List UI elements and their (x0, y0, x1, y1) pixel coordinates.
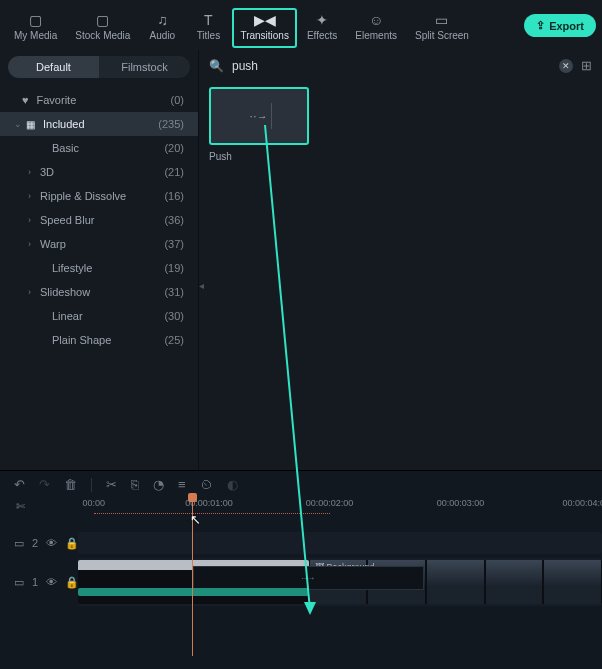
category-label: Warp (40, 238, 164, 250)
split-icon[interactable]: ✂ (106, 477, 117, 492)
top-toolbar: ▢My Media ▢Stock Media ♫Audio TTitles ▶◀… (0, 0, 602, 50)
thumbnail-label: Push (209, 151, 309, 162)
marker-icon[interactable]: ◔ (153, 477, 164, 492)
category-label: Ripple & Dissolve (40, 190, 164, 202)
ruler-tick: 00:00:02:00 (306, 498, 354, 508)
track-header[interactable]: ▭ 2 👁 🔒 (0, 537, 78, 550)
category-label: Slideshow (40, 286, 164, 298)
export-button[interactable]: ⇪Export (524, 14, 596, 37)
category-slideshow[interactable]: ›Slideshow(31) (0, 280, 198, 304)
category-count: (25) (164, 334, 184, 346)
tab-label: Titles (197, 30, 221, 41)
category-included[interactable]: ⌄ ▦ Included (235) (0, 112, 198, 136)
category-speed-blur[interactable]: ›Speed Blur(36) (0, 208, 198, 232)
transition-thumbnails: ··→ Push (199, 81, 602, 168)
video-track-icon: ▭ (14, 576, 24, 589)
tab-effects[interactable]: ✦Effects (299, 8, 345, 48)
chevron-down-icon: ⌄ (14, 119, 26, 129)
tab-label: My Media (14, 30, 57, 41)
category-label: Lifestyle (52, 262, 164, 274)
tab-split-screen[interactable]: ▭Split Screen (407, 8, 477, 48)
playhead-handle[interactable] (188, 493, 197, 502)
category-linear[interactable]: Linear(30) (0, 304, 198, 328)
chevron-right-icon: › (28, 191, 40, 201)
category-plain-shape[interactable]: Plain Shape(25) (0, 328, 198, 352)
delete-icon[interactable]: 🗑 (64, 477, 77, 492)
category-count: (235) (158, 118, 184, 130)
category-lifestyle[interactable]: Lifestyle(19) (0, 256, 198, 280)
main-area: Default Filmstock ♥ Favorite (0) ⌄ ▦ Inc… (0, 50, 602, 470)
source-tab-filmstock[interactable]: Filmstock (99, 56, 190, 78)
ruler-tick: 00:00:03:00 (437, 498, 485, 508)
timeline-ruler[interactable]: 00:00 00:00:01:00 00:00:02:00 00:00:03:0… (16, 498, 602, 518)
chevron-right-icon: › (28, 167, 40, 177)
track-number: 2 (32, 537, 38, 549)
source-tabs: Default Filmstock (0, 50, 198, 82)
category-count: (30) (164, 310, 184, 322)
view-grid-button[interactable]: ⊞ (581, 58, 592, 73)
category-ripple-dissolve[interactable]: ›Ripple & Dissolve(16) (0, 184, 198, 208)
divider-line (271, 103, 272, 129)
export-label: Export (549, 20, 584, 32)
tab-label: Transitions (240, 30, 289, 41)
tab-titles[interactable]: TTitles (186, 8, 230, 48)
ruler-tick: 00:00 (82, 498, 105, 508)
category-label: Linear (52, 310, 164, 322)
category-label: Speed Blur (40, 214, 164, 226)
category-count: (19) (164, 262, 184, 274)
transition-item-push[interactable]: ··→ Push (209, 87, 309, 162)
visibility-icon[interactable]: 👁 (46, 576, 57, 588)
tab-label: Effects (307, 30, 337, 41)
arrow-right-icon: ··→ (250, 111, 269, 122)
audio-icon: ♫ (157, 12, 168, 28)
track-body[interactable]: 🖼Background ··→ (78, 558, 602, 606)
visibility-icon[interactable]: 👁 (46, 537, 57, 549)
category-label: Included (43, 118, 158, 130)
category-label: Favorite (37, 94, 171, 106)
category-count: (0) (171, 94, 184, 106)
source-tab-default[interactable]: Default (8, 56, 99, 78)
push-preview[interactable]: ··→ (209, 87, 309, 145)
split-icon: ▭ (435, 12, 448, 28)
heart-icon: ♥ (22, 94, 29, 106)
settings-icon[interactable]: ≡ (178, 477, 186, 492)
track-body[interactable] (78, 532, 602, 554)
chevron-right-icon: › (28, 215, 40, 225)
tab-audio[interactable]: ♫Audio (140, 8, 184, 48)
tab-elements[interactable]: ☺Elements (347, 8, 405, 48)
category-3d[interactable]: ›3D(21) (0, 160, 198, 184)
mouse-cursor-icon: ↖ (190, 512, 201, 527)
category-sidebar: Default Filmstock ♥ Favorite (0) ⌄ ▦ Inc… (0, 50, 199, 470)
track-number: 1 (32, 576, 38, 588)
transitions-icon: ▶◀ (254, 12, 276, 28)
collapse-sidebar-icon[interactable]: ◂ (199, 280, 204, 291)
category-count: (36) (164, 214, 184, 226)
tab-label: Elements (355, 30, 397, 41)
media-icon: ▢ (29, 12, 42, 28)
category-basic[interactable]: Basic(20) (0, 136, 198, 160)
category-count: (21) (164, 166, 184, 178)
track-header[interactable]: ▭ 1 👁 🔒 (0, 576, 78, 589)
transition-on-track[interactable]: ··→ (193, 566, 424, 590)
clear-search-button[interactable]: ✕ (559, 59, 573, 73)
tab-label: Stock Media (75, 30, 130, 41)
color-icon: ◐ (227, 477, 238, 492)
search-icon: 🔍 (209, 59, 224, 73)
tab-transitions[interactable]: ▶◀Transitions (232, 8, 297, 48)
tab-stock-media[interactable]: ▢Stock Media (67, 8, 138, 48)
tab-my-media[interactable]: ▢My Media (6, 8, 65, 48)
category-label: Basic (52, 142, 164, 154)
undo-icon[interactable]: ↶ (14, 477, 25, 492)
category-count: (31) (164, 286, 184, 298)
redo-icon: ↷ (39, 477, 50, 492)
search-input[interactable] (232, 59, 551, 73)
timeline-tracks: ▭ 2 👁 🔒 ▭ 1 👁 🔒 🖼Background (0, 532, 602, 606)
track-1: ▭ 1 👁 🔒 🖼Background ··→ (0, 558, 602, 606)
category-warp[interactable]: ›Warp(37) (0, 232, 198, 256)
category-count: (20) (164, 142, 184, 154)
speed-icon[interactable]: ⏲ (200, 477, 213, 492)
category-favorite[interactable]: ♥ Favorite (0) (0, 88, 198, 112)
link-icon[interactable]: ⎘ (131, 477, 139, 492)
audio-clip[interactable] (78, 588, 309, 596)
chevron-right-icon: › (28, 287, 40, 297)
